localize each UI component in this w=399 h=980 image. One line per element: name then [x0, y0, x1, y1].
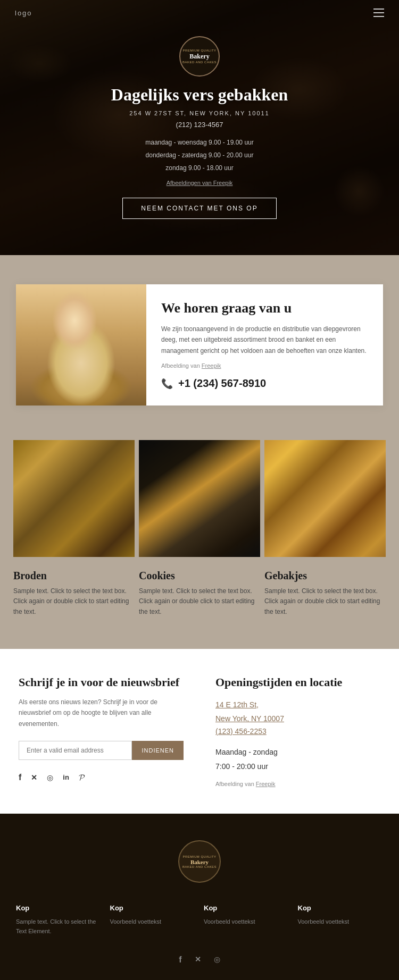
twitter-icon[interactable]: ✕	[31, 773, 37, 782]
hours-line-2: donderdag - zaterdag 9.00 - 20.00 uur	[145, 149, 253, 162]
footer-instagram-icon[interactable]: ◎	[214, 955, 220, 965]
footer-col-1: Kop Sample text. Click to select the Tex…	[16, 904, 102, 936]
hero-content: PREMIUM QUALITY Bakery BAKED AND CAKES D…	[0, 0, 399, 255]
footer-badge-container: PREMIUM QUALITY Bakery BAKED AND CAKES	[16, 840, 383, 883]
newsletter-title: Schrijf je in voor de nieuwsbrief	[19, 675, 184, 689]
hours-time: 7:00 - 20:00 uur	[215, 759, 380, 774]
footer-social-row: f ✕ ◎	[16, 955, 383, 965]
instagram-icon[interactable]: ◎	[47, 773, 53, 782]
contact-description: We zijn toonaangevend in de productie en…	[161, 324, 368, 356]
contact-phone-row: 📞 +1 (234) 567-8910	[161, 377, 368, 390]
footer-col-2: Kop Voorbeeld voettekst	[110, 904, 196, 936]
hours-schedule: Maandag - zondag 7:00 - 20:00 uur	[215, 745, 380, 773]
newsletter-email-input[interactable]	[19, 741, 132, 760]
product-image-bread	[13, 440, 135, 557]
footer-col-3-title: Kop	[204, 904, 289, 912]
contact-heading: We horen graag van u	[161, 300, 368, 316]
footer-col-2-title: Kop	[110, 904, 196, 912]
product-card-gebakjes: Gebakjes Sample text. Click to select th…	[264, 570, 386, 617]
footer-facebook-icon[interactable]: f	[179, 955, 181, 965]
contact-freepik: Afbeelding van Freepik	[161, 362, 368, 369]
product-name-bread: Broden	[13, 570, 135, 582]
newsletter-submit-button[interactable]: INDIENEN	[132, 741, 184, 760]
contact-text-area: We horen graag van u We zijn toonaangeve…	[146, 284, 383, 405]
hours-freepik: Afbeelding van Freepik	[215, 781, 380, 787]
pinterest-icon[interactable]: 𝓟	[79, 773, 85, 782]
product-name-cookies: Cookies	[139, 570, 260, 582]
footer-col-4-title: Kop	[298, 904, 384, 912]
footer-badge-top: PREMIUM QUALITY	[182, 855, 216, 859]
hours-days: Maandag - zondag	[215, 745, 380, 759]
badge-name: Bakery	[189, 53, 209, 61]
hours-line-3: zondag 9.00 - 18.00 uur	[145, 162, 253, 174]
badge-bottom-text: BAKED AND CAKES	[182, 61, 217, 64]
newsletter-form: INDIENEN	[19, 741, 184, 760]
badge-top-text: PREMIUM QUALITY	[182, 49, 216, 53]
hero-badge: PREMIUM QUALITY Bakery BAKED AND CAKES	[179, 36, 220, 77]
logo: logo	[15, 9, 32, 17]
footer-badge-bottom: BAKED AND CAKES	[182, 865, 217, 868]
footer-twitter-icon[interactable]: ✕	[195, 955, 201, 965]
contact-phone: +1 (234) 567-8910	[178, 377, 266, 390]
newsletter-description: Als eerste ons nieuws lezen? Schrijf je …	[19, 697, 184, 729]
footer-col-4-text: Voorbeeld voettekst	[298, 917, 384, 927]
newsletter-hours-section: Schrijf je in voor de nieuwsbrief Als ee…	[0, 649, 399, 814]
footer: PREMIUM QUALITY Bakery BAKED AND CAKES K…	[0, 814, 399, 980]
hero-address: 254 W 27ST ST, NEW YORK, NY 10011	[129, 110, 269, 116]
footer-col-3: Kop Voorbeeld voettekst	[204, 904, 289, 936]
product-desc-cookies: Sample text. Click to select the text bo…	[139, 586, 260, 617]
hero-freepik: Afbeeldingen van Freepik	[167, 180, 233, 186]
contact-cta-button[interactable]: NEEM CONTACT MET ONS OP	[122, 198, 276, 219]
hours-phone[interactable]: (123) 456-2253	[215, 727, 380, 736]
footer-badge-name: Bakery	[190, 859, 209, 865]
hours-title: Openingstijden en locatie	[215, 675, 380, 689]
hours-column: Openingstijden en locatie 14 E 12th St, …	[215, 675, 380, 787]
hero-phone: (212) 123-4567	[176, 121, 223, 129]
product-desc-gebakjes: Sample text. Click to select the text bo…	[264, 586, 386, 617]
footer-col-1-text: Sample text. Click to select the Text El…	[16, 917, 102, 936]
phone-icon: 📞	[161, 378, 173, 390]
address-line-1: 14 E 12th St,	[215, 698, 380, 712]
contact-image	[16, 284, 146, 405]
footer-columns: Kop Sample text. Click to select the Tex…	[16, 904, 383, 936]
hours-line-1: maandag - woensdag 9.00 - 19.00 uur	[145, 136, 253, 149]
linkedin-icon[interactable]: in	[63, 773, 69, 781]
product-card-bread: Broden Sample text. Click to select the …	[13, 570, 135, 617]
product-desc-bread: Sample text. Click to select the text bo…	[13, 586, 135, 617]
contact-section: We horen graag van u We zijn toonaangeve…	[0, 255, 399, 435]
contact-card: We horen graag van u We zijn toonaangeve…	[16, 284, 383, 405]
product-card-cookies: Cookies Sample text. Click to select the…	[139, 570, 260, 617]
product-image-cookies	[139, 440, 260, 557]
hero-section: PREMIUM QUALITY Bakery BAKED AND CAKES D…	[0, 0, 399, 255]
product-image-pastry	[264, 440, 386, 557]
hours-freepik-link[interactable]: Freepik	[256, 781, 276, 787]
address-line-2: New York, NY 10007	[215, 712, 380, 726]
footer-col-2-text: Voorbeeld voettekst	[110, 917, 196, 927]
footer-col-4: Kop Voorbeeld voettekst	[298, 904, 384, 936]
footer-col-3-text: Voorbeeld voettekst	[204, 917, 289, 927]
newsletter-column: Schrijf je in voor de nieuwsbrief Als ee…	[19, 675, 184, 787]
hours-address[interactable]: 14 E 12th St, New York, NY 10007	[215, 698, 380, 726]
products-images-row	[13, 440, 386, 557]
hero-title: Dagelijks vers gebakken	[111, 85, 288, 105]
navigation: logo PREMIUM QUALITY Bakery BAKED AND CA…	[0, 0, 399, 255]
footer-col-1-title: Kop	[16, 904, 102, 912]
product-name-gebakjes: Gebakjes	[264, 570, 386, 582]
freepik-link[interactable]: Freepik	[202, 362, 221, 369]
products-section: Broden Sample text. Click to select the …	[0, 435, 399, 649]
hero-hours: maandag - woensdag 9.00 - 19.00 uur dond…	[145, 136, 253, 174]
hamburger-menu[interactable]	[373, 9, 384, 17]
social-icons-row: f ✕ ◎ in 𝓟	[19, 773, 184, 782]
products-info-row: Broden Sample text. Click to select the …	[13, 570, 386, 617]
facebook-icon[interactable]: f	[19, 773, 21, 782]
footer-badge: PREMIUM QUALITY Bakery BAKED AND CAKES	[178, 840, 221, 883]
